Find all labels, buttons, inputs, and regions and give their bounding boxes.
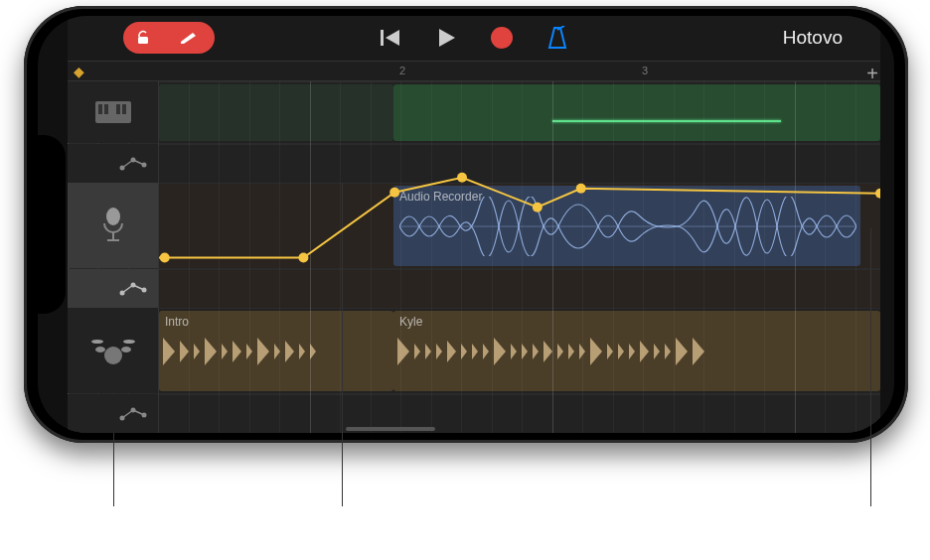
timeline-ruler[interactable]: ◆ 2 3 +: [68, 61, 880, 81]
ruler-bar-2: 2: [399, 65, 405, 76]
automation-curve-icon: [118, 156, 148, 172]
phone-screen-bezel: Hotovo ◆ 2 3 +: [38, 16, 894, 433]
track-lane-1[interactable]: [159, 81, 880, 143]
callout-line-3: [870, 228, 871, 506]
track-lane-3[interactable]: Intro Kyle: [159, 308, 880, 393]
unlock-icon: [135, 30, 151, 46]
svg-rect-1: [381, 30, 384, 46]
svg-point-23: [121, 347, 131, 352]
play-icon: [435, 27, 457, 49]
record-icon: [491, 27, 513, 49]
svg-point-24: [91, 340, 103, 344]
track-3-automation-toggle[interactable]: [68, 394, 159, 433]
track-2-automation-row[interactable]: [68, 268, 880, 308]
volume-down-button: [24, 249, 26, 304]
track-row-2[interactable]: Audio Recorder: [68, 183, 880, 268]
drum-region-3a[interactable]: Intro: [159, 311, 393, 391]
drumkit-icon: [91, 336, 135, 365]
svg-rect-0: [138, 37, 148, 44]
track-2-automation-lane[interactable]: [159, 269, 880, 308]
mic-icon: [91, 210, 135, 240]
track-1-automation-lane[interactable]: [159, 144, 880, 183]
midi-region-1b[interactable]: [393, 84, 880, 141]
record-button[interactable]: [485, 21, 519, 55]
app-screen: Hotovo ◆ 2 3 +: [68, 16, 880, 433]
track-2-automation-toggle[interactable]: [68, 269, 159, 308]
svg-rect-4: [98, 104, 102, 114]
horizontal-scroll-indicator[interactable]: [346, 427, 435, 431]
phone-notch: [38, 135, 66, 314]
svg-rect-5: [104, 104, 108, 114]
track-1-automation-row[interactable]: [68, 143, 880, 183]
play-button[interactable]: [429, 21, 463, 55]
edit-lock-group: [123, 22, 215, 54]
svg-point-21: [104, 347, 122, 364]
svg-point-20: [142, 287, 147, 292]
svg-point-22: [95, 347, 105, 352]
track-header-1[interactable]: [68, 81, 159, 143]
drum-region-3b[interactable]: Kyle: [393, 311, 880, 391]
track-1-automation-toggle[interactable]: [68, 144, 159, 183]
automation-curve-icon: [118, 406, 148, 422]
lock-button[interactable]: [123, 22, 163, 54]
audio-region-2[interactable]: Audio Recorder: [393, 186, 860, 266]
track-row-1[interactable]: [68, 81, 880, 143]
go-to-beginning-button[interactable]: [374, 21, 407, 55]
svg-point-30: [142, 412, 147, 417]
keys-icon: [91, 97, 135, 127]
waveform-icon: [399, 197, 856, 256]
track-header-3[interactable]: [68, 308, 159, 393]
transport-controls: [374, 21, 574, 55]
playhead-marker-icon: ◆: [74, 64, 84, 79]
svg-rect-7: [122, 104, 126, 114]
metronome-icon: [546, 26, 568, 50]
track-3-automation-lane[interactable]: [159, 394, 880, 433]
tracks-view: Audio Recorder: [68, 81, 880, 433]
track-lane-2[interactable]: Audio Recorder: [159, 183, 880, 268]
svg-point-25: [123, 340, 135, 344]
volume-up-button: [24, 185, 26, 239]
midi-region-1a[interactable]: [159, 84, 393, 141]
track-3-automation-row[interactable]: [68, 393, 880, 433]
svg-rect-6: [116, 104, 120, 114]
done-button[interactable]: Hotovo: [783, 27, 843, 49]
track-header-2[interactable]: [68, 183, 159, 268]
edit-button[interactable]: [163, 22, 215, 54]
pencil-icon: [179, 31, 199, 45]
metronome-button[interactable]: [541, 21, 574, 55]
control-bar: Hotovo: [68, 16, 880, 61]
track-row-3[interactable]: Intro Kyle: [68, 308, 880, 393]
ruler-bar-3: 3: [642, 65, 648, 76]
silence-switch: [24, 135, 26, 165]
automation-curve-icon: [118, 281, 148, 297]
svg-point-12: [142, 162, 147, 167]
svg-point-13: [106, 208, 120, 225]
power-button: [906, 145, 908, 244]
callout-line-2: [342, 183, 343, 506]
phone-frame: Hotovo ◆ 2 3 +: [24, 6, 908, 443]
rewind-icon: [380, 28, 401, 48]
